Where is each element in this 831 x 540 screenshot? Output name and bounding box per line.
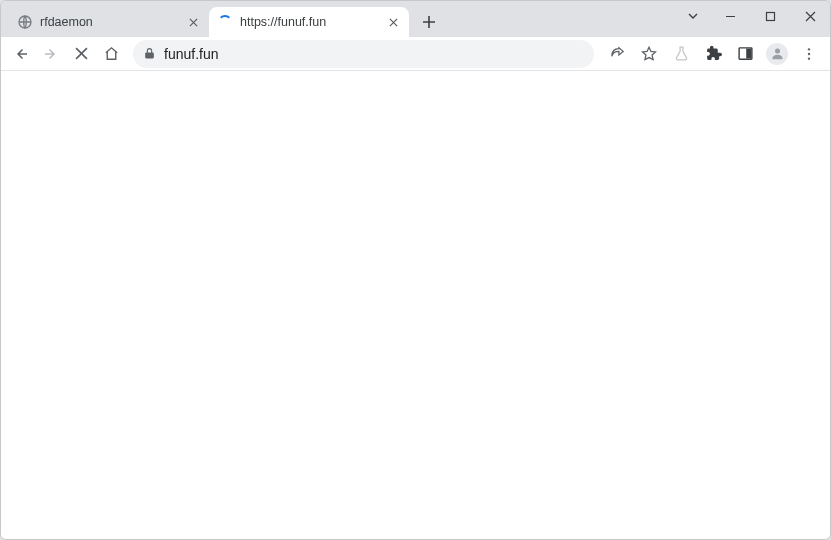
tab-search-button[interactable]: [676, 2, 710, 30]
side-panel-button[interactable]: [730, 40, 760, 68]
home-icon: [103, 45, 120, 62]
toolbar: [1, 37, 830, 71]
svg-point-6: [808, 57, 810, 59]
chevron-down-icon: [686, 9, 700, 23]
new-tab-button[interactable]: [415, 8, 443, 36]
address-bar[interactable]: [133, 40, 594, 68]
window-controls: [676, 1, 830, 31]
flask-icon: [673, 45, 690, 62]
arrow-right-icon: [42, 45, 60, 63]
panel-icon: [737, 45, 754, 62]
toolbar-right-icons: [602, 40, 824, 68]
svg-point-5: [808, 52, 810, 54]
svg-point-4: [808, 48, 810, 50]
star-icon: [640, 45, 658, 63]
extensions-button[interactable]: [698, 40, 728, 68]
tab-funuf[interactable]: https://funuf.fun: [209, 7, 409, 37]
tab-title: https://funuf.fun: [240, 15, 378, 29]
tab-close-button[interactable]: [385, 14, 401, 30]
forward-button[interactable]: [37, 40, 65, 68]
maximize-icon: [765, 11, 776, 22]
svg-point-3: [775, 49, 780, 54]
globe-icon: [17, 14, 33, 30]
window-minimize-button[interactable]: [710, 2, 750, 30]
svg-rect-1: [766, 12, 774, 20]
tab-rfdaemon[interactable]: rfdaemon: [9, 7, 209, 37]
close-icon: [805, 11, 816, 22]
tab-title: rfdaemon: [40, 15, 178, 29]
window-close-button[interactable]: [790, 2, 830, 30]
share-icon: [609, 45, 626, 62]
browser-window: rfdaemon https://funuf.fun: [0, 0, 831, 540]
url-input[interactable]: [164, 46, 584, 62]
person-icon: [766, 43, 788, 65]
puzzle-icon: [705, 45, 722, 62]
stop-button[interactable]: [67, 40, 95, 68]
menu-button[interactable]: [794, 40, 824, 68]
share-button[interactable]: [602, 40, 632, 68]
profile-button[interactable]: [762, 40, 792, 68]
close-icon: [75, 47, 88, 60]
loading-spinner-icon: [217, 14, 233, 30]
minimize-icon: [725, 11, 736, 22]
back-button[interactable]: [7, 40, 35, 68]
plus-icon: [422, 15, 436, 29]
page-content: [1, 71, 830, 539]
tab-close-button[interactable]: [185, 14, 201, 30]
home-button[interactable]: [97, 40, 125, 68]
arrow-left-icon: [12, 45, 30, 63]
kebab-icon: [801, 46, 817, 62]
close-icon: [189, 18, 198, 27]
labs-button[interactable]: [666, 40, 696, 68]
lock-icon[interactable]: [143, 47, 156, 60]
close-icon: [389, 18, 398, 27]
bookmark-button[interactable]: [634, 40, 664, 68]
tab-strip: rfdaemon https://funuf.fun: [1, 1, 830, 37]
window-maximize-button[interactable]: [750, 2, 790, 30]
